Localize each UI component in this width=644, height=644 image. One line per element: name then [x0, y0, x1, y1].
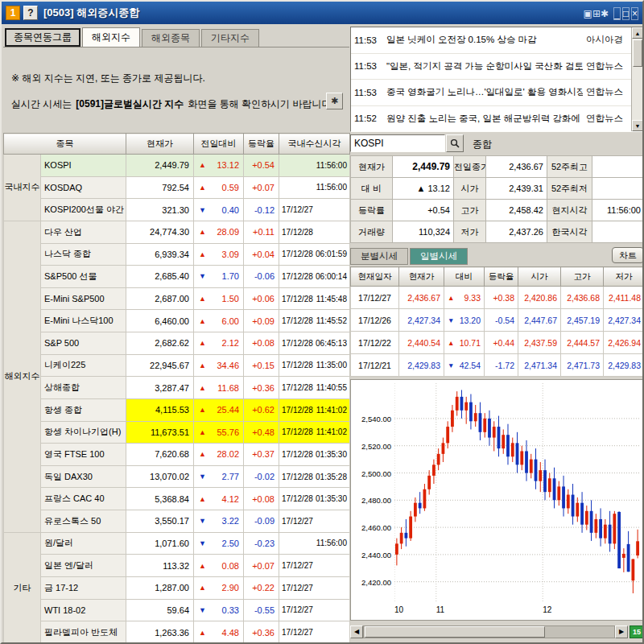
index-row[interactable]: 항셍 종합4,115.53▲25.44+0.6217/12/2811:41:02	[4, 398, 350, 421]
index-row[interactable]: 국내지수KOSPI2,449.79▲13.12+0.54 11:56:00	[4, 155, 350, 177]
instrument-name[interactable]: E-Mini 나스닥100	[41, 310, 126, 332]
scroll-left-icon[interactable]: ◀	[350, 625, 363, 638]
instrument-name[interactable]: S&P500 선물	[41, 266, 126, 288]
index-row[interactable]: 필라델피아 반도체1,263.36▲4.48+0.3617/12/27	[4, 621, 350, 644]
instrument-name[interactable]: 상해종합	[41, 377, 126, 399]
instrument-name[interactable]: 나스닥 종합	[41, 243, 126, 266]
index-row[interactable]: WTI 18-0259.64▼0.33-0.5517/12/27	[4, 599, 350, 621]
index-row[interactable]: 일본 엔/달러113.32▲0.08+0.0717/12/27	[4, 555, 350, 577]
index-row[interactable]: E-Mini 나스닥1006,460.00▲6.00+0.0917/12/281…	[4, 310, 350, 332]
tab-해외지수[interactable]: 해외지수	[82, 27, 140, 47]
help-button[interactable]: ?	[23, 6, 38, 20]
receive-date: 17/12/28	[282, 494, 313, 503]
chart-scroll-track[interactable]	[363, 625, 615, 638]
index-row[interactable]: 니케이22522,945.67▲34.46+0.1517/12/2811:35:…	[4, 354, 350, 377]
instrument-name[interactable]: E-Mini S&P500	[41, 287, 126, 310]
index-row[interactable]: E-Mini S&P5002,687.00▲1.50+0.0617/12/281…	[4, 287, 350, 310]
chart-scroll-thumb[interactable]	[365, 626, 545, 638]
up-arrow-icon: ▲	[448, 294, 454, 302]
index-row[interactable]: 유로스톡스 503,550.17▼3.22-0.0917/12/27	[4, 510, 350, 533]
instrument-name[interactable]: KOSPI	[41, 155, 126, 177]
news-title[interactable]: 중국 영화굴기 노리나…'일대일로' 활용 영화시장 확대	[386, 86, 583, 98]
news-scroll-thumb[interactable]	[633, 39, 642, 67]
instrument-name[interactable]: 니케이225	[41, 354, 126, 377]
instrument-name[interactable]: 원/달러	[41, 532, 126, 555]
quote-panel: 종합 현재가2,449.79전일종가2,436.6752주최고대 비▲ 13.1…	[350, 133, 644, 644]
instrument-name[interactable]: 필라델피아 반도체	[41, 621, 126, 644]
instrument-name[interactable]: 영국 FTSE 100	[41, 444, 126, 466]
instrument-name[interactable]: WTI 18-02	[41, 599, 126, 621]
daily-row[interactable]: 17/12/272,436.67▲9.33+0.382,420.862,436.…	[351, 287, 644, 309]
index-row[interactable]: 나스닥 종합6,939.34▲3.09+0.0417/12/2806:01:59	[4, 243, 350, 266]
instrument-name[interactable]: 일본 엔/달러	[41, 555, 126, 577]
receive-clock: 06:00:14	[316, 272, 347, 281]
settings-gear-icon[interactable]: ✱	[326, 93, 343, 109]
index-row[interactable]: 영국 FTSE 1007,620.68▲28.02+0.3717/12/2801…	[4, 444, 350, 466]
news-title[interactable]: 원양 진출 노리는 중국, 일본 해군방위력 강화에 바짝	[386, 113, 583, 125]
calendar-icon[interactable]: 15	[630, 625, 644, 638]
daily-column-header: 시가	[518, 267, 561, 287]
chart-button[interactable]: 차트	[612, 247, 644, 263]
instrument-name[interactable]: 항셍 차이나기업(H)	[41, 421, 126, 444]
change-number: 2.90	[222, 583, 239, 592]
instrument-name[interactable]: 독일 DAX30	[41, 465, 126, 488]
news-item[interactable]: 11:52원양 진출 노리는 중국, 일본 해군방위력 강화에 바짝연합뉴스	[351, 106, 631, 132]
news-title[interactable]: 일본 닛케이 오전장 0.15% 상승 마감	[386, 34, 583, 46]
daily-low: 2,411.48	[604, 287, 644, 309]
daily-price: 2,440.54	[399, 332, 444, 354]
up-arrow-icon: ▲	[199, 428, 206, 436]
close-button[interactable]: ×	[631, 7, 638, 20]
quote-label: 대 비	[351, 178, 393, 200]
receive-date: 17/12/28	[282, 272, 313, 281]
index-row[interactable]: S&P 5002,682.62▲2.12+0.0817/12/2806:45:1…	[4, 332, 350, 355]
tab-분별시세[interactable]: 분별시세	[350, 248, 408, 265]
minimize-button[interactable]: _	[613, 7, 621, 20]
news-title[interactable]: "일본, 적기지 공격 가능 순항미사일 국산화 검토"	[386, 60, 583, 72]
stock-link-group-button[interactable]: 종목연동그룹	[5, 28, 80, 47]
scroll-down-icon[interactable]: ▼	[632, 120, 643, 131]
maximize-button[interactable]: □	[622, 7, 630, 20]
instrument-name[interactable]: KOSPI200선물 야간	[41, 199, 126, 221]
index-row[interactable]: 독일 DAX3013,070.02▼2.77-0.0217/12/2801:35…	[4, 465, 350, 488]
index-row[interactable]: 항셍 차이나기업(H)11,673.51▲55.76+0.4817/12/281…	[4, 421, 350, 444]
capture-icon[interactable]: ▣	[584, 8, 592, 19]
symbol-search-input[interactable]	[350, 134, 445, 152]
daily-change: ▼42.54	[444, 354, 485, 377]
change-number: 4.12	[222, 494, 239, 504]
instrument-name[interactable]: KOSDAQ	[41, 176, 126, 199]
instrument-name[interactable]: 금 17-12	[41, 576, 126, 599]
quote-label: 52주최고	[547, 156, 592, 178]
daily-row[interactable]: 17/12/262,427.34▼13.20-0.542,447.672,457…	[351, 309, 644, 332]
popup-icon[interactable]: ⊞	[592, 8, 601, 19]
settings-icon[interactable]: ✱	[601, 8, 609, 19]
index-row[interactable]: 기타원/달러1,071.60▼2.50-0.23 11:56:00	[4, 532, 350, 555]
daily-row[interactable]: 17/12/222,440.54▲10.71+0.442,437.592,444…	[351, 332, 644, 354]
receive-time: 11:56:00	[279, 532, 350, 555]
y-axis-label: 2,440.00	[353, 551, 391, 559]
instrument-name[interactable]: 항셍 종합	[41, 398, 126, 421]
tab-해외종목[interactable]: 해외종목	[142, 29, 200, 47]
news-item[interactable]: 11:53"일본, 적기지 공격 가능 순항미사일 국산화 검토"연합뉴스	[351, 54, 631, 80]
index-row[interactable]: 해외지수다우 산업24,774.30▲28.09+0.1117/12/28	[4, 221, 350, 243]
news-item[interactable]: 11:53일본 닛케이 오전장 0.15% 상승 마감아시아경	[351, 27, 631, 54]
news-item[interactable]: 11:53중국 영화굴기 노리나…'일대일로' 활용 영화시장 확대연합뉴스	[351, 80, 631, 106]
instrument-name[interactable]: 프랑스 CAC 40	[41, 488, 126, 510]
index-row[interactable]: KOSPI200선물 야간321.30▼0.40-0.1217/12/27	[4, 199, 350, 221]
search-icon[interactable]	[446, 134, 464, 152]
index-row[interactable]: KOSDAQ792.54▲0.59+0.07 11:56:00	[4, 176, 350, 199]
index-row[interactable]: 금 17-121,287.00▲2.90+0.2217/12/27	[4, 576, 350, 599]
news-scroll-track[interactable]	[632, 68, 643, 120]
instrument-name[interactable]: 다우 산업	[41, 221, 126, 243]
index-row[interactable]: 상해종합3,287.47▲11.68+0.3617/12/2811:40:55	[4, 377, 350, 399]
scroll-right-icon[interactable]: ▶	[615, 625, 628, 638]
tab-일별시세[interactable]: 일별시세	[410, 248, 468, 265]
tab-기타지수[interactable]: 기타지수	[201, 29, 259, 47]
news-scrollbar[interactable]: ▲ ▼	[631, 27, 643, 131]
instrument-name[interactable]: S&P 500	[41, 332, 126, 355]
instrument-name[interactable]: 유로스톡스 50	[41, 510, 126, 533]
daily-row[interactable]: 17/12/212,429.83▼42.54-1.722,471.342,471…	[351, 354, 644, 377]
index-row[interactable]: S&P500 선물2,685.40▼1.70-0.0617/12/2806:00…	[4, 266, 350, 288]
price-value: 1,287.00	[126, 576, 194, 599]
scroll-up-icon[interactable]: ▲	[632, 27, 643, 39]
index-row[interactable]: 프랑스 CAC 405,368.84▲4.12+0.0817/12/2801:3…	[4, 488, 350, 510]
